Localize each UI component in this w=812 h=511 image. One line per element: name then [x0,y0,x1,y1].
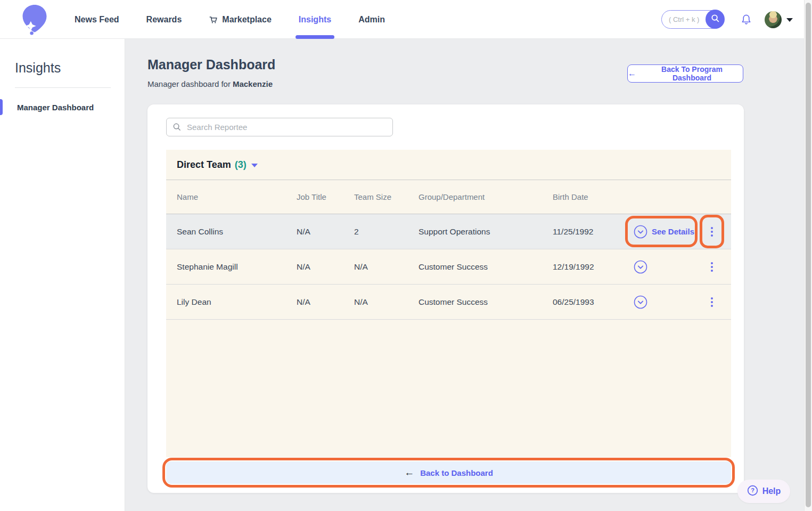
page-scrollbar[interactable] [804,0,812,511]
cell-birth-date: 12/19/1992 [553,262,634,272]
nav-label: Admin [358,15,385,25]
column-header-team-size: Team Size [354,192,419,201]
subtitle-text: Manager dashboard for [147,79,231,88]
top-navigation-bar: News Feed Rewards Marketplace Insights A… [0,0,812,39]
cell-job-title: N/A [297,262,354,272]
back-arrow-icon: ← [404,467,414,478]
nav-item-insights[interactable]: Insights [299,0,331,39]
column-header-job-title: Job Title [297,192,354,201]
scrollbar-thumb[interactable] [806,3,811,507]
cell-team-size: N/A [354,297,419,307]
global-search [661,10,724,29]
expand-chevron-icon[interactable] [634,295,647,309]
row-menu-kebab-icon[interactable] [709,260,715,274]
search-button[interactable] [706,10,725,29]
cell-group: Customer Success [419,297,553,307]
nav-label: Insights [299,15,331,25]
page-title: Manager Dashboard [147,57,275,72]
nav-label: News Feed [75,15,119,25]
notifications-bell-icon[interactable] [740,13,752,28]
cell-birth-date: 11/25/1992 [553,227,634,237]
nav-label: Marketplace [222,15,272,25]
active-indicator-bar [0,99,3,115]
subtitle-manager-name: Mackenzie [233,79,273,88]
expand-chevron-icon[interactable] [634,260,647,274]
back-arrow-icon: ← [628,69,636,78]
sidebar-divider [15,87,111,88]
group-count: (3) [235,159,247,171]
button-label: Back To Program Dashboard [641,65,743,82]
sidebar-item-label: Manager Dashboard [17,103,94,112]
table-row[interactable]: Lily Dean N/A N/A Customer Success 06/25… [166,285,731,320]
cell-job-title: N/A [297,297,354,307]
nav-item-admin[interactable]: Admin [358,0,385,39]
cell-group: Support Operations [419,227,553,237]
nav-item-news-feed[interactable]: News Feed [75,0,119,39]
question-circle-icon: ? [747,485,758,498]
cell-team-size: N/A [354,262,419,272]
reportee-search-input[interactable] [187,123,387,132]
cell-name: Stephanie Magill [177,262,297,272]
column-header-name: Name [177,192,297,201]
table-row[interactable]: Sean Collins N/A 2 Support Operations 11… [166,214,731,249]
expand-chevron-icon[interactable] [634,225,647,239]
sidebar: Insights Manager Dashboard [0,39,125,511]
cell-group: Customer Success [419,262,553,272]
back-to-dashboard-button[interactable]: ← Back to Dashboard [166,461,731,484]
balloon-logo-icon[interactable] [20,4,49,36]
reportee-search [166,118,393,136]
sidebar-item-manager-dashboard[interactable]: Manager Dashboard [0,99,125,116]
sidebar-title: Insights [15,60,61,76]
svg-text:?: ? [751,487,754,493]
cell-name: Sean Collins [177,227,297,237]
back-to-program-dashboard-button[interactable]: ← Back To Program Dashboard [627,64,743,83]
direct-team-section: Direct Team (3) Name Job Title Team Size… [166,150,731,457]
app-screen: News Feed Rewards Marketplace Insights A… [0,0,812,511]
column-header-group-department: Group/Department [419,192,553,201]
cart-icon [209,15,218,25]
avatar-caret-down-icon[interactable] [786,18,793,22]
group-title: Direct Team [177,159,231,171]
cell-team-size: 2 [354,227,419,237]
primary-nav: News Feed Rewards Marketplace Insights A… [75,0,385,39]
table-row[interactable]: Stephanie Magill N/A N/A Customer Succes… [166,249,731,285]
help-label: Help [762,486,781,496]
row-menu-kebab-icon[interactable] [709,295,715,309]
see-details-button[interactable]: See Details [652,227,694,236]
direct-team-header[interactable]: Direct Team (3) [166,150,731,180]
nav-label: Rewards [146,15,182,25]
caret-down-icon [251,164,258,167]
column-header-birth-date: Birth Date [553,192,634,201]
page-subtitle: Manager dashboard forMackenzie [147,79,273,88]
cell-name: Lily Dean [177,297,297,307]
search-icon [711,14,720,25]
manager-dashboard-card: Direct Team (3) Name Job Title Team Size… [147,104,744,493]
table-header-row: Name Job Title Team Size Group/Departmen… [166,180,731,214]
button-label: Back to Dashboard [420,468,493,477]
nav-item-marketplace[interactable]: Marketplace [209,0,272,39]
nav-item-rewards[interactable]: Rewards [146,0,182,39]
global-search-input[interactable] [669,15,707,23]
row-menu-kebab-icon[interactable] [709,225,715,239]
cell-job-title: N/A [297,227,354,237]
cell-birth-date: 06/25/1993 [553,297,634,307]
search-icon [173,123,182,132]
row-actions: See Details [634,225,731,239]
main-content: Manager Dashboard Manager dashboard forM… [125,39,812,511]
help-button[interactable]: ? Help [737,480,790,503]
user-avatar[interactable] [765,11,782,28]
